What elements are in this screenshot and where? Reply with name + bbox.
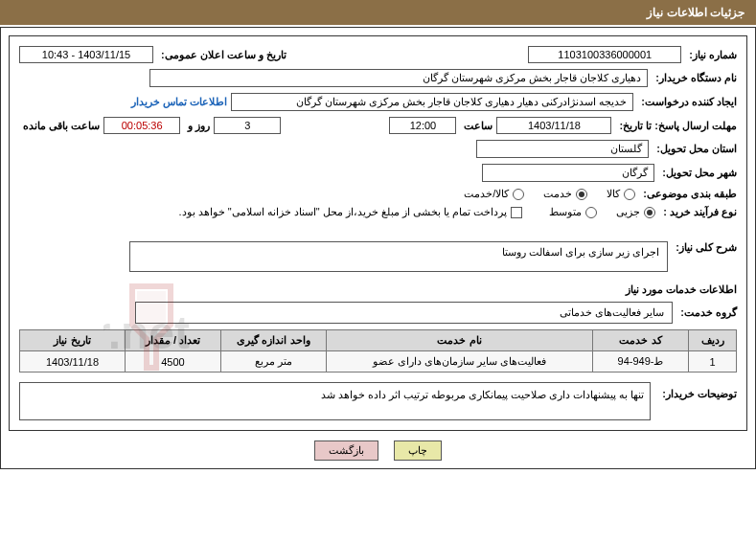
category-radio-group: کالا خدمت کالا/خدمت — [464, 188, 635, 200]
page-title: جزئیات اطلاعات نیاز — [647, 6, 745, 19]
row-need-no: شماره نیاز: 1103100336000001 تاریخ و ساع… — [19, 46, 737, 63]
city-label: شهر محل تحویل: — [658, 167, 737, 179]
radio-medium[interactable]: متوسط — [549, 206, 597, 218]
row-buyer-org: نام دستگاه خریدار: دهیاری کلاجان قاجار ب… — [19, 69, 737, 87]
row-purchase-type: نوع فرآیند خرید : جزیی متوسط پرداخت تمام… — [19, 206, 737, 218]
requester-label: ایجاد کننده درخواست: — [637, 96, 737, 108]
buyer-org-field: دهیاری کلاجان قاجار بخش مرکزی شهرستان گر… — [149, 69, 648, 87]
td-code: ط-949-94 — [593, 351, 689, 373]
row-overview: شرح کلی نیاز: اجرای زیر سازی برای اسفالت… — [19, 241, 737, 272]
inner-frame: شماره نیاز: 1103100336000001 تاریخ و ساع… — [9, 35, 747, 431]
buyer-contact-link[interactable]: اطلاعات تماس خریدار — [131, 96, 227, 108]
need-no-field: 1103100336000001 — [528, 46, 681, 63]
need-no-label: شماره نیاز: — [685, 49, 737, 61]
th-code: کد خدمت — [593, 330, 689, 351]
notes-field: تنها به پیشنهادات داری صلاحیت پیمانکاری … — [19, 382, 651, 420]
radio-goods[interactable]: کالا — [607, 188, 635, 200]
province-field: گلستان — [476, 140, 649, 158]
overview-field: اجرای زیر سازی برای اسفالت روستا — [129, 241, 668, 272]
treasury-checkbox[interactable] — [511, 207, 522, 218]
td-row: 1 — [689, 351, 737, 373]
overview-label: شرح کلی نیاز: — [672, 241, 737, 254]
deadline-date-field: 1403/11/18 — [496, 117, 611, 134]
radio-goods-label: کالا — [607, 188, 620, 200]
row-city: شهر محل تحویل: گرگان — [19, 164, 737, 182]
th-name: نام خدمت — [327, 330, 593, 351]
announce-dt-label: تاریخ و ساعت اعلان عمومی: — [157, 49, 286, 61]
radio-circle-selected-icon — [576, 189, 587, 200]
row-category: طبقه بندی موضوعی: کالا خدمت کالا/خدمت — [19, 188, 737, 200]
deadline-time-field: 12:00 — [389, 117, 456, 134]
services-info-label: اطلاعات خدمات مورد نیاز — [19, 283, 737, 296]
buyer-org-label: نام دستگاه خریدار: — [652, 72, 737, 84]
payment-note: پرداخت تمام یا بخشی از مبلغ خرید،از محل … — [179, 206, 508, 218]
td-name: فعالیت‌های سایر سازمان‌های دارای عضو — [327, 351, 593, 373]
requester-field: خدیجه اسدنژادرکنی دهیار دهیاری کلاجان قا… — [231, 93, 633, 111]
radio-goods-service-label: کالا/خدمت — [464, 188, 509, 200]
radio-service-label: خدمت — [543, 188, 572, 200]
services-table: ردیف کد خدمت نام خدمت واحد اندازه گیری ت… — [19, 329, 737, 373]
remaining-time-field: 00:05:36 — [103, 117, 180, 134]
row-service-group: گروه خدمت: سایر فعالیت‌های خدماتی — [19, 302, 737, 324]
radio-minor[interactable]: جزیی — [616, 206, 655, 218]
page-header: جزئیات اطلاعات نیاز — [0, 0, 756, 25]
service-group-field: سایر فعالیت‌های خدماتی — [135, 302, 674, 324]
th-unit: واحد اندازه گیری — [221, 330, 327, 351]
remaining-label: ساعت باقی مانده — [19, 120, 100, 132]
province-label: استان محل تحویل: — [653, 143, 737, 155]
row-deadline: مهلت ارسال پاسخ: تا تاریخ: 1403/11/18 سا… — [19, 117, 737, 134]
radio-circle-icon — [624, 189, 635, 200]
category-label: طبقه بندی موضوعی: — [639, 188, 737, 200]
table-row: 1 ط-949-94 فعالیت‌های سایر سازمان‌های دا… — [20, 351, 737, 373]
radio-minor-label: جزیی — [616, 206, 640, 218]
row-notes: توضیحات خریدار: تنها به پیشنهادات داری ص… — [19, 382, 737, 420]
radio-circle-selected-icon — [644, 207, 655, 218]
td-qty: 4500 — [126, 351, 221, 373]
table-header-row: ردیف کد خدمت نام خدمت واحد اندازه گیری ت… — [20, 330, 737, 351]
row-requester: ایجاد کننده درخواست: خدیجه اسدنژادرکنی د… — [19, 93, 737, 111]
purchase-type-radio-group: جزیی متوسط — [549, 206, 655, 218]
days-value-field: 3 — [214, 117, 281, 134]
th-date: تاریخ نیاز — [20, 330, 126, 351]
notes-label: توضیحات خریدار: — [658, 382, 737, 400]
radio-service[interactable]: خدمت — [543, 188, 587, 200]
service-group-label: گروه خدمت: — [676, 306, 737, 319]
button-row: چاپ بازگشت — [9, 440, 747, 461]
city-field: گرگان — [482, 164, 654, 182]
print-button[interactable]: چاپ — [394, 440, 442, 461]
back-button[interactable]: بازگشت — [314, 440, 378, 461]
td-date: 1403/11/18 — [20, 351, 126, 373]
days-label: روز و — [184, 120, 210, 132]
row-province: استان محل تحویل: گلستان — [19, 140, 737, 158]
td-unit: متر مربع — [221, 351, 327, 373]
radio-goods-service[interactable]: کالا/خدمت — [464, 188, 524, 200]
deadline-time-label: ساعت — [460, 120, 493, 132]
announce-dt-field: 1403/11/15 - 10:43 — [19, 46, 153, 63]
purchase-type-label: نوع فرآیند خرید : — [659, 206, 737, 218]
radio-circle-icon — [513, 189, 524, 200]
outer-frame: AriaTender.net شماره نیاز: 1103100336000… — [0, 27, 756, 469]
th-qty: تعداد / مقدار — [126, 330, 221, 351]
deadline-label: مهلت ارسال پاسخ: تا تاریخ: — [615, 120, 737, 132]
th-row: ردیف — [689, 330, 737, 351]
radio-medium-label: متوسط — [549, 206, 582, 218]
radio-circle-icon — [585, 207, 597, 218]
